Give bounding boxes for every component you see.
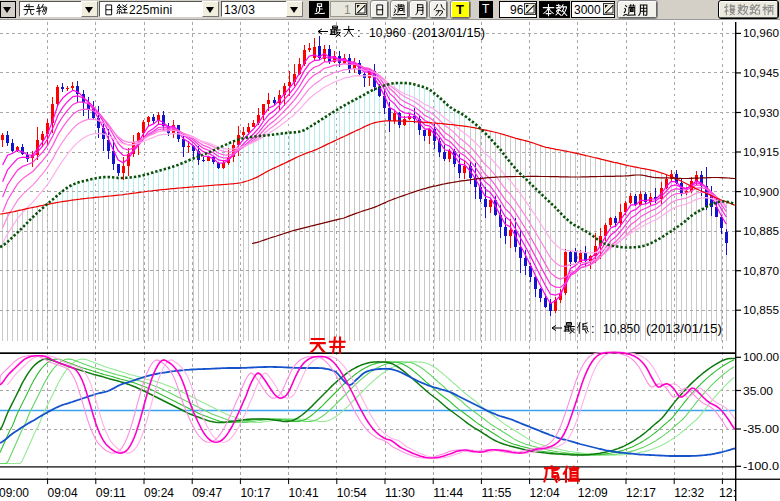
svg-text:100.00: 100.00 (743, 351, 779, 363)
svg-text:10,945: 10,945 (743, 67, 779, 79)
svg-text:11:30: 11:30 (385, 485, 415, 500)
svg-text:09:24: 09:24 (144, 485, 174, 500)
svg-text:10,900: 10,900 (743, 186, 779, 198)
svg-text:09:04: 09:04 (48, 485, 78, 500)
svg-text:10,885: 10,885 (743, 225, 779, 237)
svg-text:10:17: 10:17 (240, 485, 270, 500)
svg-text:-35.00: -35.00 (743, 423, 779, 435)
svg-text:10,870: 10,870 (743, 265, 779, 277)
svg-text:11:55: 11:55 (481, 485, 511, 500)
svg-text:10,960: 10,960 (743, 27, 779, 39)
svg-text:(2013/01/15): (2013/01/15) (646, 321, 722, 336)
svg-text:12:09: 12:09 (578, 485, 608, 500)
svg-text::: : (357, 25, 361, 40)
svg-text:10,915: 10,915 (743, 146, 779, 158)
svg-text:35.00: 35.00 (743, 385, 773, 397)
svg-text:12:17: 12:17 (626, 485, 656, 500)
svg-text:10,850: 10,850 (603, 321, 640, 336)
svg-text:10:41: 10:41 (289, 485, 319, 500)
svg-text:11:44: 11:44 (433, 485, 463, 500)
svg-text:12:04: 12:04 (530, 485, 560, 500)
svg-text::: : (591, 321, 595, 336)
svg-text:10:54: 10:54 (337, 485, 367, 500)
svg-text:10,855: 10,855 (743, 304, 779, 316)
svg-text:-100.0: -100.0 (743, 460, 779, 472)
svg-text:09:47: 09:47 (192, 485, 222, 500)
svg-text:10,960: 10,960 (369, 25, 406, 40)
svg-text:10,930: 10,930 (743, 107, 779, 119)
svg-text:12:32: 12:32 (674, 485, 704, 500)
svg-text:(2013/01/15): (2013/01/15) (412, 25, 485, 40)
svg-text:09:00: 09:00 (0, 485, 29, 500)
svg-text:09:11: 09:11 (96, 485, 126, 500)
